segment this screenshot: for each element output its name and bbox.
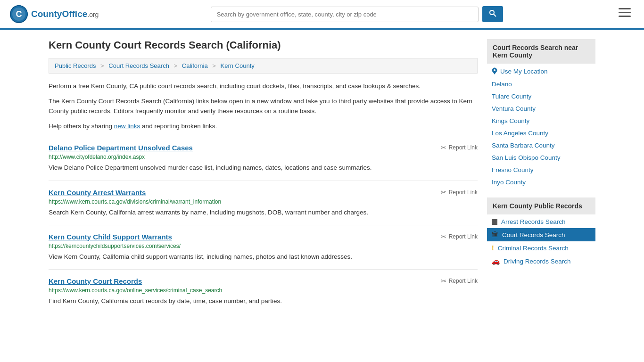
nearby-link-tulare[interactable]: Tulare County: [492, 93, 531, 100]
logo-area: C CountyOffice.org: [9, 5, 99, 24]
content: Kern County Court Records Search (Califo…: [49, 39, 478, 313]
pub-records-link-driving[interactable]: Driving Records Search: [504, 258, 571, 265]
sidebar-location: Use My Location: [487, 65, 595, 78]
report-label-1: Report Link: [449, 144, 478, 151]
result-header-3: Kern County Child Support Warrants ✂ Rep…: [49, 233, 478, 241]
nearby-link-kings[interactable]: Kings County: [492, 117, 529, 124]
arrest-icon: [492, 219, 497, 225]
breadcrumb-california[interactable]: California: [182, 62, 208, 69]
intro-p2: The Kern County Court Records Search (Ca…: [49, 96, 478, 116]
result-title-2: Kern County Arrest Warrants: [49, 189, 146, 197]
result-link-1[interactable]: Delano Police Department Unsolved Cases: [49, 144, 193, 152]
report-link-4[interactable]: ✂ Report Link: [441, 277, 478, 285]
sidebar-nearby-kings: Kings County: [487, 115, 595, 127]
location-pin-icon: [492, 67, 497, 75]
use-my-location-link[interactable]: Use My Location: [500, 68, 548, 75]
breadcrumb-sep-2: >: [174, 62, 178, 69]
nearby-link-delano[interactable]: Delano: [492, 81, 512, 88]
result-header-4: Kern County Court Records ✂ Report Link: [49, 277, 478, 285]
result-url-3: https://kerncountychildsupportservices.c…: [49, 243, 478, 249]
result-url-4: https://www.kern.courts.ca.gov/online_se…: [49, 287, 478, 294]
breadcrumb-court-records[interactable]: Court Records Search: [108, 62, 169, 69]
report-icon-2: ✂: [441, 189, 446, 196]
sidebar-nearby-santabarbara: Santa Barbara County: [487, 139, 595, 151]
hamburger-icon: [619, 8, 631, 17]
intro-p3-prefix: Help others by sharing: [49, 123, 114, 130]
result-header-1: Delano Police Department Unsolved Cases …: [49, 144, 478, 152]
result-link-4[interactable]: Kern County Court Records: [49, 277, 142, 285]
pub-records-list: Arrest Records Search 🏛 Court Records Se…: [487, 215, 595, 268]
result-link-2[interactable]: Kern County Arrest Warrants: [49, 189, 146, 197]
svg-rect-8: [619, 16, 631, 17]
svg-rect-6: [619, 8, 631, 9]
breadcrumb-kern-county[interactable]: Kern County: [221, 62, 255, 69]
nearby-link-sanluisobispo[interactable]: San Luis Obispo County: [492, 154, 561, 161]
nearby-link-la[interactable]: Los Angeles County: [492, 130, 548, 137]
report-icon-3: ✂: [441, 233, 446, 240]
sidebar-near-section: Court Records Search near Kern County Us…: [487, 39, 595, 188]
sidebar-nearby-tulare: Tulare County: [487, 90, 595, 102]
search-input[interactable]: [211, 7, 479, 22]
nearby-link-santabarbara[interactable]: Santa Barbara County: [492, 142, 555, 149]
result-desc-3: View Kern County, California child suppo…: [49, 252, 478, 262]
nearby-link-inyo[interactable]: Inyo County: [492, 179, 526, 186]
report-label-4: Report Link: [449, 278, 478, 284]
pub-records-court[interactable]: 🏛 Court Records Search: [487, 228, 595, 241]
header: C CountyOffice.org: [0, 0, 644, 30]
pub-records-link-court[interactable]: Court Records Search: [502, 231, 565, 239]
nearby-link-fresno[interactable]: Fresno County: [492, 166, 534, 173]
court-icon: 🏛: [492, 231, 498, 239]
breadcrumb-public-records[interactable]: Public Records: [55, 62, 96, 69]
report-link-3[interactable]: ✂ Report Link: [441, 233, 478, 240]
driving-icon: 🚗: [492, 257, 500, 265]
page-title: Kern County Court Records Search (Califo…: [49, 39, 478, 51]
result-header-2: Kern County Arrest Warrants ✂ Report Lin…: [49, 189, 478, 197]
sidebar: Court Records Search near Kern County Us…: [487, 39, 595, 313]
report-link-2[interactable]: ✂ Report Link: [441, 189, 478, 196]
sidebar-public-records-section: Kern County Public Records Arrest Record…: [487, 197, 595, 268]
breadcrumb: Public Records > Court Records Search > …: [49, 58, 478, 74]
result-desc-1: View Delano Police Department unsolved m…: [49, 163, 478, 173]
intro-text: Perform a free Kern County, CA public co…: [49, 81, 478, 131]
svg-text:C: C: [16, 9, 22, 19]
svg-rect-7: [619, 12, 631, 13]
sidebar-nearby-la: Los Angeles County: [487, 127, 595, 139]
result-desc-4: Find Kern County, California court recor…: [49, 296, 478, 306]
report-icon-1: ✂: [441, 144, 446, 151]
svg-marker-10: [493, 72, 496, 74]
intro-p3-suffix: and reporting broken links.: [140, 123, 217, 130]
breadcrumb-sep-1: >: [100, 62, 104, 69]
sidebar-public-records-header: Kern County Public Records: [487, 197, 595, 214]
pub-records-link-criminal[interactable]: Criminal Records Search: [498, 245, 569, 252]
nearby-link-ventura[interactable]: Ventura County: [492, 105, 536, 112]
report-label-2: Report Link: [449, 189, 478, 196]
menu-button[interactable]: [615, 6, 635, 22]
result-link-3[interactable]: Kern County Child Support Warrants: [49, 233, 172, 241]
result-item-4: Kern County Court Records ✂ Report Link …: [49, 269, 478, 313]
result-url-2: https://www.kern.courts.ca.gov/divisions…: [49, 198, 478, 205]
sidebar-nearby-sanluisobispo: San Luis Obispo County: [487, 151, 595, 164]
logo-icon: C: [9, 5, 28, 24]
breadcrumb-sep-3: >: [212, 62, 216, 69]
result-desc-2: Search Kern County, California arrest wa…: [49, 208, 478, 217]
result-url-1: http://www.cityofdelano.org/index.aspx: [49, 154, 478, 160]
main-container: Kern County Court Records Search (Califo…: [39, 30, 605, 323]
pub-records-criminal: ! Criminal Records Search: [487, 241, 595, 255]
criminal-icon: !: [492, 244, 494, 252]
pub-records-arrest: Arrest Records Search: [487, 215, 595, 228]
sidebar-nearby-fresno: Fresno County: [487, 164, 595, 176]
svg-line-5: [494, 14, 496, 16]
result-title-1: Delano Police Department Unsolved Cases: [49, 144, 193, 152]
pub-records-driving: 🚗 Driving Records Search: [487, 255, 595, 268]
report-link-1[interactable]: ✂ Report Link: [441, 144, 478, 151]
result-title-3: Kern County Child Support Warrants: [49, 233, 172, 241]
result-item-2: Kern County Arrest Warrants ✂ Report Lin…: [49, 181, 478, 225]
intro-p3: Help others by sharing new links and rep…: [49, 121, 478, 132]
sidebar-nearby-delano: Delano: [487, 78, 595, 90]
result-item-1: Delano Police Department Unsolved Cases …: [49, 136, 478, 180]
pub-records-link-arrest[interactable]: Arrest Records Search: [501, 218, 566, 225]
svg-point-4: [490, 10, 494, 15]
report-label-3: Report Link: [449, 233, 478, 240]
new-links-link[interactable]: new links: [114, 123, 140, 130]
search-button[interactable]: [482, 6, 503, 22]
